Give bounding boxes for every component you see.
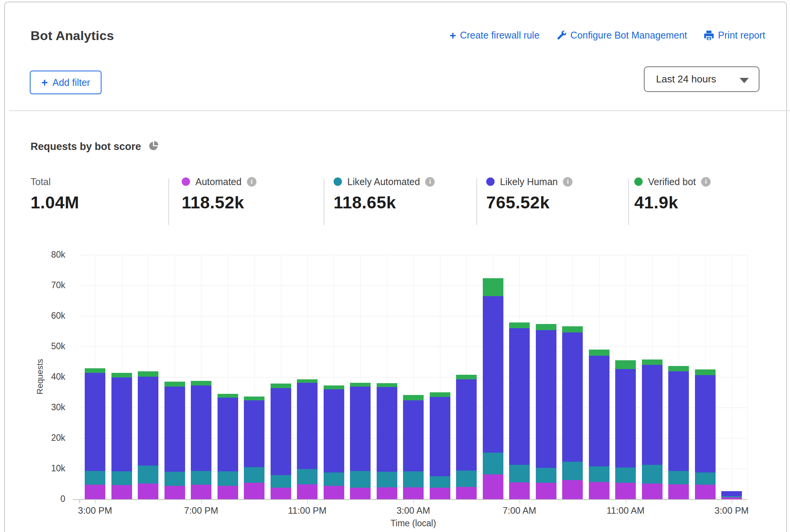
bar-segment-likely-automated[interactable]	[218, 471, 238, 486]
bar-segment-automated[interactable]	[297, 484, 318, 499]
bar-segment-likely-automated[interactable]	[403, 471, 424, 487]
bar-segment-likely-human[interactable]	[642, 365, 663, 465]
bar-segment-automated[interactable]	[111, 485, 132, 499]
bar-segment-likely-human[interactable]	[483, 296, 503, 453]
bar-segment-verified-bot[interactable]	[271, 384, 291, 388]
bar-segment-likely-automated[interactable]	[377, 472, 397, 487]
bar-segment-likely-automated[interactable]	[695, 472, 716, 485]
bar-segment-likely-human[interactable]	[536, 330, 556, 468]
bar-segment-likely-automated[interactable]	[668, 471, 689, 484]
bar-segment-likely-human[interactable]	[456, 379, 477, 471]
bar-segment-likely-automated[interactable]	[589, 466, 609, 482]
bar-segment-automated[interactable]	[430, 488, 450, 499]
bar-segment-automated[interactable]	[668, 484, 689, 499]
bar-segment-verified-bot[interactable]	[191, 381, 211, 385]
bar-segment-likely-automated[interactable]	[271, 475, 291, 488]
bar-segment-automated[interactable]	[138, 484, 158, 499]
bar-segment-verified-bot[interactable]	[509, 322, 530, 328]
bar-segment-verified-bot[interactable]	[164, 382, 185, 387]
bar-segment-likely-human[interactable]	[721, 491, 742, 496]
bar-segment-likely-human[interactable]	[377, 387, 397, 472]
bar-segment-verified-bot[interactable]	[668, 366, 689, 371]
bar-segment-automated[interactable]	[85, 485, 105, 499]
bar-segment-verified-bot[interactable]	[589, 350, 609, 356]
bar-segment-verified-bot[interactable]	[218, 394, 238, 398]
bar-segment-verified-bot[interactable]	[642, 360, 663, 365]
bar-segment-likely-automated[interactable]	[297, 469, 318, 484]
bar-segment-automated[interactable]	[218, 486, 238, 499]
bar-segment-likely-automated[interactable]	[615, 468, 636, 483]
bar-segment-verified-bot[interactable]	[615, 360, 636, 369]
bar-segment-automated[interactable]	[642, 484, 663, 499]
bar-segment-likely-automated[interactable]	[85, 471, 105, 485]
bar-segment-automated[interactable]	[377, 487, 397, 499]
bar-segment-likely-automated[interactable]	[483, 453, 503, 474]
bar-segment-likely-automated[interactable]	[164, 472, 185, 486]
bar-segment-likely-human[interactable]	[562, 332, 583, 462]
bar-segment-likely-automated[interactable]	[562, 462, 583, 480]
bar-segment-likely-automated[interactable]	[456, 471, 477, 487]
bar-segment-likely-automated[interactable]	[111, 471, 132, 485]
bar-segment-automated[interactable]	[615, 483, 636, 499]
bar-segment-likely-human[interactable]	[85, 373, 105, 471]
bar-segment-verified-bot[interactable]	[403, 395, 424, 400]
bar-segment-likely-human[interactable]	[668, 371, 689, 471]
bar-segment-likely-human[interactable]	[271, 388, 291, 475]
bar-segment-likely-human[interactable]	[403, 400, 424, 471]
bar-segment-likely-automated[interactable]	[350, 471, 371, 488]
bar-segment-verified-bot[interactable]	[297, 379, 318, 383]
bar-segment-verified-bot[interactable]	[456, 375, 477, 379]
bar-segment-likely-human[interactable]	[589, 356, 609, 466]
bar-segment-likely-human[interactable]	[615, 369, 636, 468]
bar-segment-automated[interactable]	[350, 488, 371, 499]
bar-segment-likely-human[interactable]	[138, 377, 158, 466]
bar-segment-likely-automated[interactable]	[430, 476, 450, 488]
bar-segment-automated[interactable]	[403, 487, 424, 499]
bar-segment-likely-human[interactable]	[191, 385, 211, 471]
bar-segment-automated[interactable]	[271, 488, 291, 499]
bar-segment-verified-bot[interactable]	[430, 392, 450, 397]
bar-segment-verified-bot[interactable]	[324, 385, 344, 389]
bar-segment-automated[interactable]	[483, 474, 503, 499]
bar-segment-likely-human[interactable]	[509, 328, 530, 465]
bar-segment-likely-human[interactable]	[244, 400, 264, 467]
bar-segment-automated[interactable]	[164, 486, 185, 499]
bar-segment-likely-automated[interactable]	[191, 471, 211, 485]
bar-segment-verified-bot[interactable]	[138, 371, 158, 377]
bar-segment-likely-human[interactable]	[324, 389, 344, 472]
bar-segment-automated[interactable]	[562, 480, 583, 499]
x-axis-line	[73, 499, 747, 500]
bar-segment-verified-bot[interactable]	[377, 383, 397, 387]
bar-segment-verified-bot[interactable]	[695, 369, 716, 375]
bar-segment-automated[interactable]	[509, 482, 530, 499]
bar-segment-verified-bot[interactable]	[562, 326, 583, 332]
bar-segment-likely-automated[interactable]	[536, 468, 556, 482]
bar-segment-automated[interactable]	[244, 483, 264, 499]
bar-segment-likely-human[interactable]	[111, 377, 132, 471]
bar-segment-likely-human[interactable]	[350, 387, 371, 471]
bar-segment-verified-bot[interactable]	[350, 383, 371, 387]
bar-segment-verified-bot[interactable]	[536, 324, 556, 330]
bar-segment-automated[interactable]	[536, 483, 556, 499]
bar-segment-verified-bot[interactable]	[244, 397, 264, 400]
bar-segment-likely-automated[interactable]	[324, 472, 344, 486]
bar-segment-automated[interactable]	[191, 485, 211, 499]
bar-segment-likely-human[interactable]	[218, 398, 238, 472]
bar-segment-likely-human[interactable]	[430, 397, 450, 476]
bar-segment-likely-human[interactable]	[297, 383, 318, 469]
bar-segment-automated[interactable]	[695, 485, 716, 499]
x-axis-tick	[307, 500, 308, 503]
bar-segment-likely-automated[interactable]	[642, 465, 663, 484]
bar-segment-likely-automated[interactable]	[509, 465, 530, 482]
bar-segment-likely-human[interactable]	[164, 387, 185, 472]
bar-segment-automated[interactable]	[589, 482, 609, 499]
bar-segment-verified-bot[interactable]	[111, 373, 132, 377]
bar-segment-verified-bot[interactable]	[85, 368, 105, 373]
bar-segment-automated[interactable]	[456, 487, 477, 499]
bar-segment-likely-automated[interactable]	[138, 466, 158, 484]
bar-segment-likely-automated[interactable]	[244, 467, 264, 483]
bar-segment-automated[interactable]	[324, 486, 344, 499]
bar-segment-likely-automated[interactable]	[721, 496, 742, 497]
bar-segment-verified-bot[interactable]	[483, 278, 503, 296]
bar-segment-likely-human[interactable]	[695, 375, 716, 472]
